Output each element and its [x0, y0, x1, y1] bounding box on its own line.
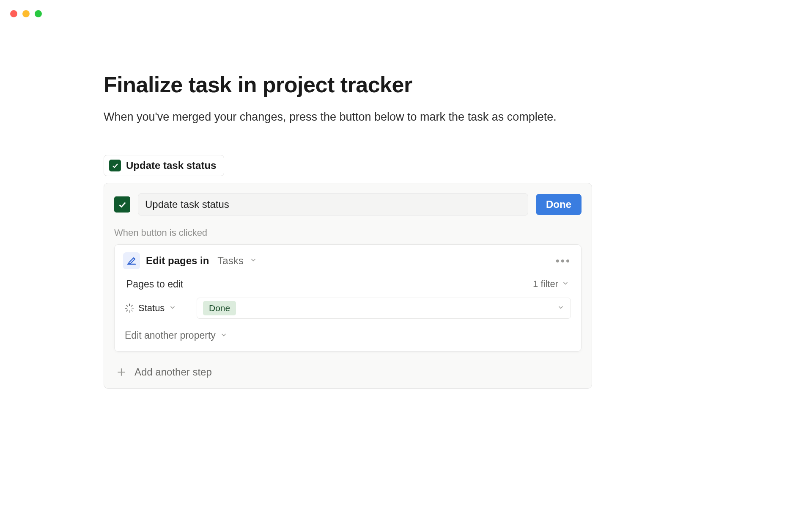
done-button[interactable]: Done — [536, 194, 582, 215]
plus-icon — [116, 367, 127, 378]
filter-summary-button[interactable]: 1 filter — [533, 279, 569, 290]
page-title: Finalize task in project tracker — [104, 72, 594, 97]
add-another-step-label: Add another step — [134, 366, 212, 378]
checkmark-icon — [114, 196, 130, 213]
edit-another-property-label: Edit another property — [125, 330, 216, 341]
config-header: Update task status Done — [104, 183, 592, 218]
automation-config-panel: Update task status Done When button is c… — [104, 183, 592, 389]
property-name-text: Status — [138, 303, 165, 314]
chevron-down-icon — [169, 303, 176, 314]
window-traffic-lights — [10, 10, 42, 17]
more-options-icon[interactable]: ••• — [554, 255, 573, 266]
edit-another-property-button[interactable]: Edit another property — [123, 327, 573, 343]
window-maximize-button[interactable] — [35, 10, 42, 17]
pages-to-edit-label: Pages to edit — [126, 279, 183, 290]
button-name-value: Update task status — [145, 199, 229, 210]
property-name-selector[interactable]: Status — [125, 303, 188, 314]
chevron-down-icon — [220, 330, 228, 341]
step-header[interactable]: Edit pages in Tasks ••• — [123, 252, 573, 269]
property-row: Status Done — [123, 298, 573, 327]
add-another-step-button[interactable]: Add another step — [104, 359, 592, 388]
status-property-icon — [125, 304, 134, 313]
chevron-down-icon — [557, 304, 565, 313]
checkmark-icon — [109, 160, 121, 171]
automation-button-chip[interactable]: Update task status — [104, 155, 224, 176]
page-subtitle: When you've merged your changes, press t… — [104, 109, 594, 125]
chevron-down-icon — [250, 256, 257, 265]
property-value-selector[interactable]: Done — [197, 298, 571, 319]
step-target-db: Tasks — [217, 255, 243, 267]
button-name-input[interactable]: Update task status — [138, 193, 528, 215]
page-content: Finalize task in project tracker When yo… — [104, 72, 594, 389]
chevron-down-icon — [562, 279, 569, 290]
pages-to-edit-row: Pages to edit 1 filter — [123, 279, 573, 298]
app-window: Finalize task in project tracker When yo… — [0, 0, 812, 508]
window-close-button[interactable] — [10, 10, 17, 17]
automation-step-card: Edit pages in Tasks ••• Pages to edit 1 … — [114, 244, 582, 352]
edit-pages-icon — [123, 252, 140, 269]
automation-button-chip-label: Update task status — [126, 160, 216, 171]
status-tag: Done — [203, 301, 236, 315]
window-minimize-button[interactable] — [22, 10, 30, 17]
filter-summary-text: 1 filter — [533, 279, 558, 290]
step-action-label: Edit pages in — [146, 255, 209, 267]
trigger-caption: When button is clicked — [104, 218, 592, 244]
